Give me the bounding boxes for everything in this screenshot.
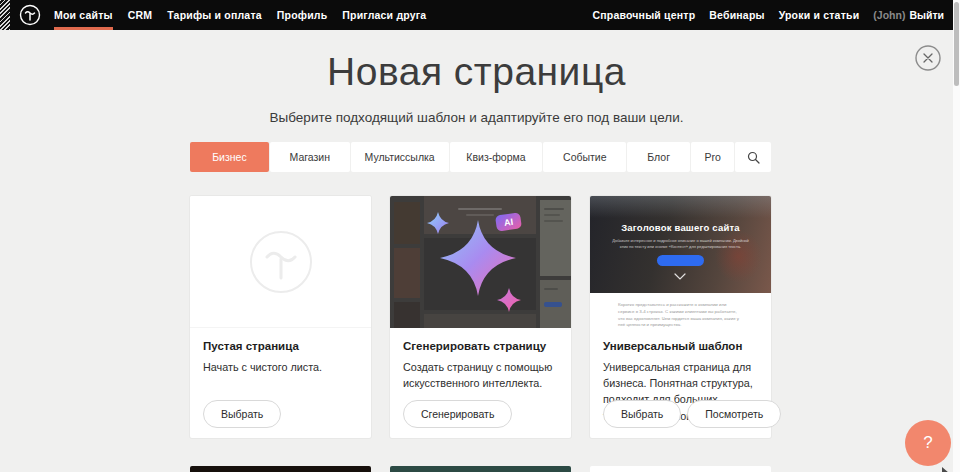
tab-blog[interactable]: Блог: [627, 142, 690, 172]
tab-search[interactable]: [735, 142, 771, 172]
secondary-nav: Справочный центр Вебинары Уроки и статьи…: [592, 0, 944, 30]
ai-sparkle-icon: AI: [390, 196, 571, 328]
preview-template-button[interactable]: Посмотреть: [687, 400, 781, 428]
edge-pattern-decoration: [0, 0, 10, 30]
tab-pro[interactable]: Pro: [691, 142, 734, 172]
generate-button[interactable]: Сгенерировать: [403, 400, 512, 428]
universal-template-preview[interactable]: Заголовок вашего сайта Добавьте интересн…: [590, 196, 771, 328]
help-button[interactable]: ?: [905, 420, 951, 466]
top-navigation-bar: Мои сайты CRM Тарифы и оплата Профиль Пр…: [0, 0, 960, 30]
nav-webinars[interactable]: Вебинары: [709, 0, 764, 30]
tab-business[interactable]: Бизнес: [190, 142, 269, 172]
template-hero-button: [657, 255, 704, 266]
template-hero-subheading: Добавьте интересное и подробное описание…: [608, 238, 753, 251]
ai-badge-label: AI: [503, 217, 513, 228]
template-body-section: Коротко представьтесь и расскажите о ком…: [590, 293, 771, 328]
primary-nav: Мои сайты CRM Тарифы и оплата Профиль Пр…: [54, 0, 426, 30]
blank-page-preview[interactable]: [190, 196, 371, 328]
next-row-card-partial[interactable]: [590, 466, 771, 472]
tab-event[interactable]: Событие: [543, 142, 626, 172]
card-title: Пустая страница: [203, 340, 358, 352]
ai-generate-preview[interactable]: AI: [390, 196, 571, 328]
card-body: Сгенерировать страницу Создать страницу …: [390, 328, 571, 438]
nav-profile[interactable]: Профиль: [277, 0, 328, 30]
template-card-blank-page: Пустая страница Начать с чистого листа. …: [190, 196, 371, 438]
template-hero-heading: Заголовок вашего сайта: [590, 222, 771, 233]
template-card-ai-generate: AI Сгенерировать страницу Создать страни…: [390, 196, 571, 438]
tab-multilink[interactable]: Мультиссылка: [351, 142, 449, 172]
app-window: Мои сайты CRM Тарифы и оплата Профиль Пр…: [0, 0, 960, 472]
scrollbar-track[interactable]: [953, 0, 960, 472]
tilda-logo-watermark-icon: [248, 229, 314, 295]
user-name: (John): [873, 9, 905, 21]
template-category-tabs: Бизнес Магазин Мультиссылка Квиз-форма С…: [190, 142, 771, 172]
card-title: Универсальный шаблон: [603, 340, 758, 352]
logout-link[interactable]: Выйти: [909, 9, 944, 21]
mouse-cursor-icon: [941, 463, 950, 472]
card-description: Создать страницу с помощью искусственног…: [403, 359, 558, 391]
nav-lessons[interactable]: Уроки и статьи: [779, 0, 860, 30]
nav-my-sites[interactable]: Мои сайты: [54, 0, 113, 30]
template-hero: Заголовок вашего сайта Добавьте интересн…: [590, 196, 771, 293]
next-row-card-partial[interactable]: [390, 466, 571, 472]
nav-invite-friend[interactable]: Пригласи друга: [342, 0, 426, 30]
choose-blank-button[interactable]: Выбрать: [203, 400, 281, 428]
tab-quiz-form[interactable]: Квиз-форма: [450, 142, 543, 172]
nav-crm[interactable]: CRM: [128, 0, 153, 30]
tab-shop[interactable]: Магазин: [270, 142, 350, 172]
nav-tariffs[interactable]: Тарифы и оплата: [167, 0, 262, 30]
template-card-universal: Заголовок вашего сайта Добавьте интересн…: [590, 196, 771, 438]
choose-template-button[interactable]: Выбрать: [603, 400, 681, 428]
chevron-down-icon: [674, 272, 686, 282]
scrollbar-thumb[interactable]: [954, 2, 959, 86]
next-row-card-partial[interactable]: [190, 466, 371, 472]
template-body-text: Коротко представьтесь и расскажите о ком…: [618, 302, 744, 328]
nav-help-center[interactable]: Справочный центр: [592, 0, 695, 30]
page-subtitle: Выберите подходящий шаблон и адаптируйте…: [0, 110, 953, 125]
question-icon: ?: [923, 433, 932, 453]
card-body: Универсальный шаблон Универсальная стран…: [590, 328, 771, 438]
tilda-logo-icon[interactable]: [19, 4, 41, 26]
search-icon: [747, 151, 760, 164]
card-description: Начать с чистого листа.: [203, 359, 358, 375]
card-title: Сгенерировать страницу: [403, 340, 558, 352]
card-body: Пустая страница Начать с чистого листа. …: [190, 328, 371, 438]
user-area: (John) Выйти: [873, 0, 944, 30]
page-title: Новая страница: [0, 50, 953, 94]
